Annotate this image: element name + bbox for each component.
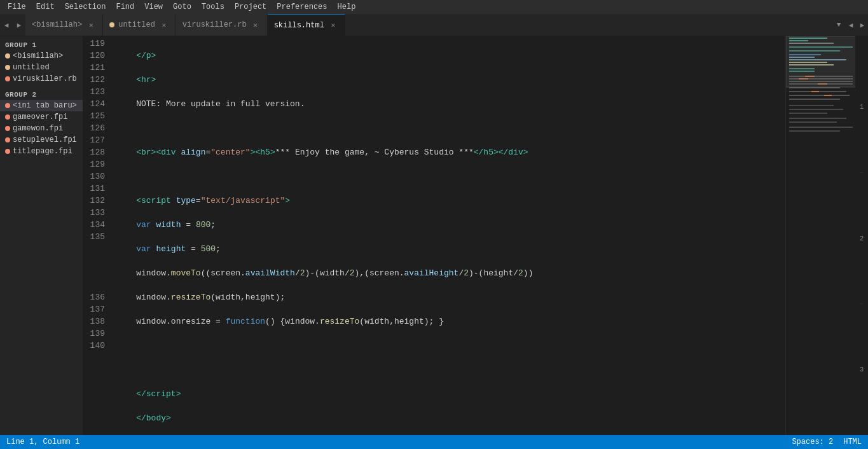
code-line-131 [111, 340, 785, 352]
scroll-section-2: 2 [860, 172, 864, 304]
scroll-section-1: 1 [860, 36, 864, 172]
tab-bismillah-label: <bismillah> [32, 20, 82, 29]
statusbar-position: Line 1, Column 1 [6, 438, 79, 446]
statusbar-language: HTML [843, 438, 862, 446]
menu-file[interactable]: File [3, 1, 31, 13]
svg-rect-28 [789, 113, 827, 114]
code-line-123: <br><div align="center"><h5>*** Enjoy th… [111, 146, 785, 158]
code-line-119: </p> [111, 50, 785, 62]
sidebar-setuplevel[interactable]: setuplevel.fpi [0, 134, 83, 146]
sidebar-bismillah-label: <bismillah> [13, 52, 63, 60]
code-line-132 [111, 364, 785, 376]
group2-label: GROUP 2 [0, 88, 83, 100]
svg-rect-24 [824, 95, 832, 96]
gamewon-dot [5, 126, 10, 131]
tab-bismillah[interactable]: <bismillah> ✕ [25, 14, 103, 36]
tab-scroll-left[interactable]: ◀ [845, 21, 857, 29]
code-line-133: </script> [111, 388, 785, 400]
tab-skills-close[interactable]: ✕ [328, 20, 338, 31]
menu-project[interactable]: Project [230, 1, 272, 13]
tab-bismillah-close[interactable]: ✕ [86, 20, 96, 30]
sidebar-titlepage-label: titlepage.fpi [13, 147, 72, 156]
svg-rect-31 [789, 127, 853, 128]
menubar: File Edit Selection Find View Goto Tools… [0, 0, 868, 14]
tab-viruskiller-close[interactable]: ✕ [251, 20, 261, 30]
tab-untitled-label: untitled [118, 20, 155, 29]
code-line-129: window.resizeTo(width,height); [111, 291, 785, 303]
menu-find[interactable]: Find [111, 1, 139, 13]
sidebar-gameover[interactable]: gameover.fpi [0, 111, 83, 123]
svg-rect-0 [786, 36, 855, 435]
tabbar: ◀ ▶ <bismillah> ✕ untitled ✕ viruskiller… [0, 14, 868, 36]
code-line-120: <hr> [111, 74, 785, 86]
gameover-dot [5, 114, 10, 120]
menu-view[interactable]: View [139, 1, 168, 13]
sidebar-setuplevel-label: setuplevel.fpi [13, 135, 77, 144]
scroll-section-3: 3 [860, 303, 864, 435]
sidebar-viruskiller[interactable]: viruskiller.rb [0, 73, 83, 85]
code-line-128: window.moveTo((screen.availWidth/2)-(wid… [111, 267, 785, 279]
statusbar: Line 1, Column 1 Spaces: 2 HTML [0, 435, 868, 449]
code-line-126: var width = 800; [111, 219, 785, 231]
tab-nav-right[interactable]: ▶ [13, 14, 25, 36]
sidebar-initab[interactable]: <ini tab baru> [0, 100, 83, 111]
tab-dropdown-btn[interactable]: ▼ [832, 21, 845, 29]
minimap [785, 36, 855, 435]
menu-preferences[interactable]: Preferences [272, 1, 332, 13]
menu-tools[interactable]: Tools [196, 1, 230, 13]
sidebar-bismillah[interactable]: <bismillah> [0, 50, 83, 62]
tab-viruskiller[interactable]: viruskiller.rb ✕ [176, 14, 268, 36]
tab-scroll-right[interactable]: ▶ [857, 21, 868, 29]
code-line-125: <script type="text/javascript"> [111, 195, 785, 207]
svg-rect-25 [789, 99, 840, 100]
code-line-124 [111, 170, 785, 183]
svg-rect-30 [789, 121, 837, 123]
sidebar-gamewon[interactable]: gamewon.fpi [0, 123, 83, 134]
main-area: GROUP 1 <bismillah> untitled viruskiller… [0, 36, 868, 435]
tab-skills-label: skills.html [274, 21, 324, 30]
svg-rect-26 [789, 105, 834, 106]
code-line-130: window.onresize = function() {window.res… [111, 315, 785, 328]
scrollbar-area: 1 2 3 [855, 36, 868, 435]
menu-goto[interactable]: Goto [168, 1, 196, 13]
sidebar-untitled-label: untitled [13, 63, 50, 72]
viruskiller-dot [5, 76, 10, 81]
statusbar-spaces: Spaces: 2 [792, 438, 833, 446]
statusbar-right: Spaces: 2 HTML [792, 438, 862, 446]
svg-rect-29 [789, 118, 846, 119]
titlepage-dot [5, 149, 10, 154]
line-numbers: 119120121122 123124125126 127128129130 1… [83, 36, 111, 435]
group1-label: GROUP 1 [0, 39, 83, 50]
menu-help[interactable]: Help [333, 1, 361, 13]
tab-nav-left[interactable]: ◀ [0, 14, 13, 36]
menu-edit[interactable]: Edit [31, 1, 60, 13]
sidebar-viruskiller-label: viruskiller.rb [13, 74, 77, 83]
sidebar-gamewon-label: gamewon.fpi [13, 124, 63, 133]
code-line-134: </body> [111, 412, 785, 424]
menu-selection[interactable]: Selection [60, 1, 111, 13]
sidebar: GROUP 1 <bismillah> untitled viruskiller… [0, 36, 83, 435]
editor-area: 119120121122 123124125126 127128129130 1… [83, 36, 868, 435]
tab-viruskiller-label: viruskiller.rb [183, 20, 247, 29]
svg-rect-27 [789, 109, 843, 110]
tab-untitled-modified-dot [109, 22, 114, 27]
svg-rect-23 [789, 95, 850, 96]
bismillah-dot [5, 53, 10, 59]
tab-untitled[interactable]: untitled ✕ [103, 14, 176, 36]
code-line-127: var height = 500; [111, 243, 785, 255]
sidebar-initab-label: <ini tab baru> [13, 101, 77, 110]
untitled-dot [5, 65, 10, 70]
svg-rect-32 [789, 130, 840, 132]
sidebar-gameover-label: gameover.fpi [13, 113, 67, 121]
sidebar-titlepage[interactable]: titlepage.fpi [0, 146, 83, 157]
code-editor[interactable]: </p> <hr> NOTE: More update in full vers… [111, 36, 785, 435]
tab-skills-html[interactable]: skills.html ✕ [268, 14, 345, 36]
initab-dot [5, 103, 10, 108]
tab-untitled-close[interactable]: ✕ [159, 20, 169, 30]
svg-rect-33 [786, 36, 855, 87]
tab-overflow-area: ▼ ◀ ▶ [832, 14, 868, 36]
setuplevel-dot [5, 137, 10, 142]
code-line-121: NOTE: More update in full version. [111, 98, 785, 110]
sidebar-untitled[interactable]: untitled [0, 62, 83, 73]
code-line-122 [111, 122, 785, 134]
